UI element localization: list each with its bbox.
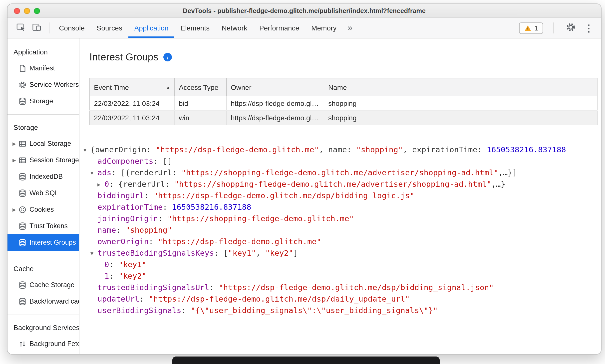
- more-tabs-button[interactable]: »: [342, 18, 357, 38]
- string-value: "https://dsp-fledge-demo.glitch.me/dsp/b…: [153, 191, 414, 200]
- sidebar-item-label: Back/forward cache: [29, 298, 79, 305]
- column-label: Owner: [231, 83, 251, 91]
- preview-property-name: renderUrl: [123, 180, 165, 189]
- preview-property-name: ownerOrigin: [95, 145, 146, 154]
- syntax-text: : {: [109, 180, 123, 189]
- expand-arrow-icon[interactable]: ▶: [97, 179, 104, 190]
- sidebar-item-label: IndexedDB: [29, 173, 63, 180]
- tree-line[interactable]: trustedBiddingSignalsUrl: "https://dsp-f…: [83, 282, 601, 294]
- sidebar-item-manifest[interactable]: Manifest: [7, 60, 79, 76]
- owner-cell: https://dsp-fledge-demo.glitch.me: [227, 111, 324, 125]
- column-header-owner[interactable]: Owner: [227, 78, 324, 96]
- property-name: trustedBiddingSignalsUrl: [97, 283, 209, 292]
- tree-line[interactable]: ▼ads: [{renderUrl: "https://shopping-fle…: [83, 167, 601, 179]
- syntax-text: : [{: [111, 168, 130, 177]
- tab-application[interactable]: Application: [128, 18, 174, 38]
- tree-line[interactable]: ownerOrigin: "https://dsp-fledge-demo.gl…: [83, 236, 601, 248]
- table-row[interactable]: 22/03/2022, 11:03:24bidhttps://dsp-fledg…: [90, 96, 597, 111]
- sidebar-section-title: Storage: [7, 119, 79, 135]
- name-cell: shopping: [324, 96, 597, 111]
- property-name: 0: [104, 180, 109, 189]
- zoom-button[interactable]: [34, 8, 40, 14]
- issues-button[interactable]: 1: [519, 22, 543, 34]
- expand-arrow-icon[interactable]: ▶: [12, 141, 18, 146]
- sidebar-item-label: Local Storage: [29, 140, 71, 147]
- sidebar-item-trust-tokens[interactable]: Trust Tokens: [7, 218, 79, 234]
- cookie-icon: [18, 205, 26, 213]
- sidebar-item-web-sql[interactable]: Web SQL: [7, 185, 79, 201]
- property-name: name: [97, 226, 116, 235]
- sidebar-item-label: Storage: [29, 97, 53, 105]
- string-value: "key2": [118, 272, 146, 281]
- sidebar-item-indexeddb[interactable]: IndexedDB: [7, 168, 79, 185]
- table-row[interactable]: 22/03/2022, 11:03:24winhttps://dsp-fledg…: [90, 111, 597, 125]
- sidebar-item-session-storage[interactable]: ▶Session Storage: [7, 152, 79, 168]
- column-header-name[interactable]: Name: [324, 78, 597, 96]
- collapse-arrow-icon[interactable]: ▼: [90, 248, 97, 259]
- tab-console[interactable]: Console: [53, 18, 91, 38]
- sidebar-item-service-workers[interactable]: Service Workers: [7, 76, 79, 93]
- sidebar-item-storage[interactable]: Storage: [7, 93, 79, 109]
- tree-line[interactable]: 1: "key2": [83, 271, 601, 282]
- traffic-lights: [14, 4, 40, 17]
- tree-line[interactable]: ▶0: {renderUrl: "https://shopping-fledge…: [83, 179, 601, 190]
- sidebar-item-background-fetch[interactable]: Background Fetch: [7, 336, 79, 352]
- collapse-arrow-icon[interactable]: ▼: [90, 167, 97, 179]
- expand-arrow-icon[interactable]: ▶: [12, 158, 18, 163]
- string-value: "https://dsp-fledge-demo.glitch.me/dsp/b…: [219, 283, 494, 292]
- tree-line[interactable]: ▼trustedBiddingSignalsKeys: ["key1", "ke…: [83, 248, 601, 259]
- tab-sources[interactable]: Sources: [91, 18, 128, 38]
- grid-icon: [18, 140, 26, 148]
- info-icon[interactable]: i: [163, 53, 172, 61]
- sidebar-item-label: Manifest: [29, 64, 55, 72]
- expand-arrow-icon[interactable]: ▶: [12, 207, 18, 212]
- inspect-element-button[interactable]: [13, 21, 27, 34]
- tree-line[interactable]: joiningOrigin: "https://shopping-fledge-…: [83, 213, 601, 225]
- table-header: Event Time▲Access TypeOwnerName: [90, 78, 597, 96]
- tree-line[interactable]: userBiddingSignals: "{\"user_bidding_sig…: [83, 305, 601, 317]
- string-value: "https://shopping-fledge-demo.glitch.me": [167, 214, 354, 223]
- sidebar-item-cache-storage[interactable]: Cache Storage: [7, 277, 79, 293]
- more-options-menu-button[interactable]: ⋮: [584, 22, 594, 34]
- property-name: biddingUrl: [97, 191, 144, 200]
- window-titlebar[interactable]: DevTools - publisher-fledge-demo.glitch.…: [7, 4, 601, 18]
- sidebar-item-label: Interest Groups: [29, 239, 76, 246]
- tree-line[interactable]: expirationTime: 1650538216.837188: [83, 202, 601, 213]
- tree-line[interactable]: biddingUrl: "https://dsp-fledge-demo.gli…: [83, 190, 601, 202]
- syntax-text: ,…}: [491, 180, 505, 189]
- minimize-button[interactable]: [24, 8, 30, 14]
- preview-property-name: expirationTime: [412, 145, 477, 154]
- preview-property-name: renderUrl: [130, 168, 172, 177]
- tab-memory[interactable]: Memory: [305, 18, 342, 38]
- tree-line[interactable]: ▼{ownerOrigin: "https://dsp-fledge-demo.…: [83, 144, 601, 156]
- tree-line[interactable]: name: "shopping": [83, 225, 601, 236]
- number-value: 1650538216.837188: [487, 145, 566, 154]
- sidebar-item-interest-groups[interactable]: Interest Groups: [7, 234, 79, 251]
- tree-line[interactable]: adComponents: []: [83, 156, 601, 167]
- settings-gear-button[interactable]: [564, 21, 578, 34]
- device-toolbar-button[interactable]: [29, 21, 43, 34]
- collapse-arrow-icon[interactable]: ▼: [83, 144, 90, 156]
- toolbar-separator: [49, 22, 49, 33]
- sidebar-item-local-storage[interactable]: ▶Local Storage: [7, 135, 79, 152]
- tab-performance[interactable]: Performance: [253, 18, 305, 38]
- sidebar-item-cookies[interactable]: ▶Cookies: [7, 201, 79, 218]
- syntax-text: :: [477, 145, 487, 154]
- tree-line[interactable]: 0: "key1": [83, 259, 601, 271]
- column-header-event-time[interactable]: Event Time▲: [90, 78, 175, 96]
- syntax-text: :: [109, 272, 118, 281]
- tab-elements[interactable]: Elements: [174, 18, 216, 38]
- sidebar-item-back-forward-cache[interactable]: Back/forward cache: [7, 293, 79, 310]
- owner-cell: https://dsp-fledge-demo.glitch.me: [227, 96, 324, 111]
- sort-asc-icon: ▲: [166, 85, 170, 90]
- syntax-text: ,: [403, 145, 412, 154]
- database-icon: [18, 173, 26, 181]
- column-header-access-type[interactable]: Access Type: [175, 78, 227, 96]
- string-value: "https://dsp-fledge-demo.glitch.me": [156, 145, 319, 154]
- sidebar-item-label: Session Storage: [29, 156, 79, 164]
- database-icon: [18, 281, 26, 289]
- property-name: adComponents: [97, 157, 153, 166]
- tree-line[interactable]: updateUrl: "https://dsp-fledge-demo.glit…: [83, 294, 601, 305]
- close-button[interactable]: [14, 8, 20, 14]
- tab-network[interactable]: Network: [216, 18, 253, 38]
